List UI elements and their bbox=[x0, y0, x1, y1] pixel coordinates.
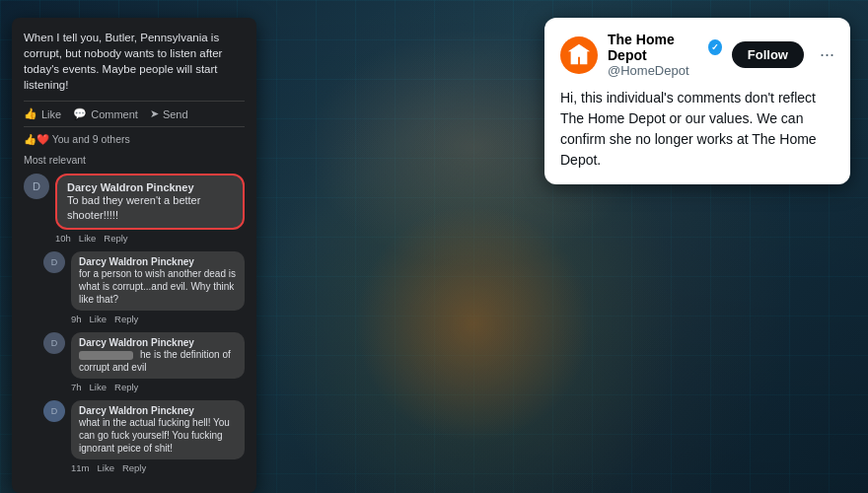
home-depot-logo bbox=[560, 36, 598, 74]
fb-reply-1: D Darcy Waldron Pinckney for a person to… bbox=[43, 251, 245, 324]
more-options-icon[interactable]: ··· bbox=[820, 44, 834, 65]
twitter-handle: @HomeDepot bbox=[608, 63, 722, 78]
fb-comment-btn[interactable]: 💬 Comment bbox=[73, 107, 138, 120]
fb-sort: Most relevant bbox=[24, 154, 245, 166]
twitter-header: The Home Depot ✓ @HomeDepot Follow ··· bbox=[560, 32, 834, 78]
twitter-body-text: Hi, this individual's comments don't ref… bbox=[560, 88, 834, 171]
comment-icon: 💬 bbox=[73, 107, 87, 120]
fb-avatar-reply3: D bbox=[43, 400, 65, 422]
fb-avatar-reply1: D bbox=[43, 251, 65, 273]
fb-avatar-highlighted: D bbox=[24, 174, 49, 199]
fb-like-btn[interactable]: 👍 Like bbox=[24, 107, 61, 120]
reply3-meta: 11m Like Reply bbox=[71, 462, 245, 473]
highlighted-comment: D Darcy Waldron Pinckney To bad they wer… bbox=[24, 174, 245, 244]
reply1-meta: 9h Like Reply bbox=[71, 314, 245, 324]
twitter-name-block: The Home Depot ✓ @HomeDepot bbox=[608, 32, 722, 78]
fb-reply-3: D Darcy Waldron Pinckney what in the act… bbox=[43, 400, 245, 473]
fb-avatar-reply2: D bbox=[43, 332, 65, 354]
fb-post-text: When I tell you, Butler, Pennsylvania is… bbox=[24, 30, 245, 93]
thumb-icon: 👍 bbox=[24, 107, 37, 120]
verified-badge: ✓ bbox=[708, 39, 722, 55]
twitter-card: The Home Depot ✓ @HomeDepot Follow ··· H… bbox=[544, 18, 850, 184]
facebook-card: When I tell you, Butler, Pennsylvania is… bbox=[12, 18, 256, 493]
highlighted-comment-meta: 10h Like Reply bbox=[55, 233, 245, 244]
fb-reactions: 👍❤️ You and 9 others bbox=[24, 133, 245, 146]
fb-send-btn[interactable]: ➤ Send bbox=[150, 107, 188, 120]
twitter-display-name: The Home Depot ✓ bbox=[608, 32, 722, 63]
fb-reply-2: D Darcy Waldron Pinckney he is the defin… bbox=[43, 332, 245, 392]
send-icon: ➤ bbox=[150, 107, 159, 120]
blurred-text bbox=[79, 351, 133, 360]
fb-actions: 👍 Like 💬 Comment ➤ Send bbox=[24, 101, 245, 127]
reply2-meta: 7h Like Reply bbox=[71, 382, 245, 392]
follow-button[interactable]: Follow bbox=[732, 41, 804, 68]
